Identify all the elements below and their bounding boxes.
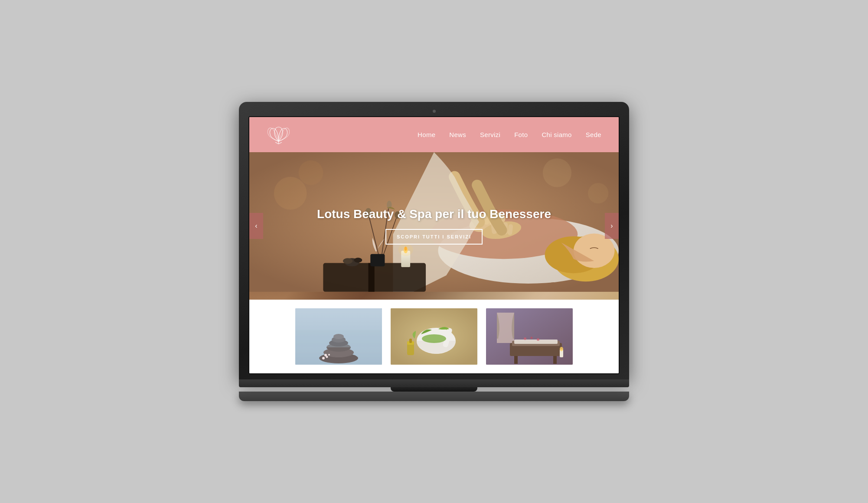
svg-rect-63 bbox=[497, 313, 514, 343]
room-svg bbox=[486, 308, 573, 365]
laptop-screen: Home News Servizi Foto Chi siamo Sede bbox=[248, 116, 620, 374]
herbs-svg bbox=[391, 308, 477, 365]
gallery-section bbox=[249, 300, 619, 373]
nav-news[interactable]: News bbox=[449, 131, 466, 138]
svg-rect-21 bbox=[369, 263, 375, 292]
gallery-thumb-2[interactable] bbox=[391, 308, 477, 365]
site-nav: Home News Servizi Foto Chi siamo Sede bbox=[418, 131, 601, 138]
svg-rect-60 bbox=[409, 339, 412, 343]
nav-chi-siamo[interactable]: Chi siamo bbox=[542, 131, 571, 138]
laptop-bottom-bar bbox=[239, 392, 629, 401]
svg-rect-67 bbox=[553, 356, 557, 364]
svg-point-71 bbox=[524, 337, 526, 340]
hero-next-arrow[interactable]: › bbox=[605, 213, 619, 239]
laptop-frame: Home News Servizi Foto Chi siamo Sede bbox=[239, 102, 629, 401]
svg-point-72 bbox=[531, 337, 533, 339]
svg-point-49 bbox=[326, 356, 328, 358]
svg-rect-68 bbox=[514, 340, 558, 344]
svg-point-50 bbox=[322, 357, 325, 359]
lotus-icon bbox=[267, 125, 290, 144]
laptop-display-frame: Home News Servizi Foto Chi siamo Sede bbox=[239, 102, 629, 379]
svg-point-57 bbox=[422, 334, 446, 343]
svg-point-51 bbox=[328, 354, 330, 356]
nav-servizi[interactable]: Servizi bbox=[480, 131, 500, 138]
svg-point-70 bbox=[560, 347, 563, 351]
svg-point-37 bbox=[299, 160, 323, 185]
svg-rect-58 bbox=[407, 343, 414, 355]
svg-point-73 bbox=[537, 338, 539, 341]
svg-line-1 bbox=[275, 142, 279, 144]
gallery-thumb-3[interactable] bbox=[486, 308, 573, 365]
svg-rect-66 bbox=[514, 356, 518, 364]
laptop-camera bbox=[433, 110, 436, 113]
thumb-herbs-bg bbox=[391, 308, 477, 365]
hero-title: Lotus Beauty & Spa per il tuo Benessere bbox=[317, 207, 551, 221]
svg-point-35 bbox=[354, 258, 362, 262]
gallery-thumb-1[interactable] bbox=[295, 308, 382, 365]
site-logo bbox=[267, 125, 290, 144]
svg-point-31 bbox=[398, 244, 413, 256]
thumb-stones-bg bbox=[295, 308, 382, 365]
nav-sede[interactable]: Sede bbox=[586, 131, 601, 138]
hero-cta-button[interactable]: SCOPRI TUTTI I SERVIZI bbox=[385, 229, 483, 245]
thumb-room-bg bbox=[486, 308, 573, 365]
svg-line-2 bbox=[279, 142, 282, 144]
laptop-base bbox=[239, 379, 629, 387]
stones-svg bbox=[295, 308, 382, 365]
svg-rect-32 bbox=[370, 254, 385, 266]
svg-point-38 bbox=[543, 158, 571, 187]
svg-point-39 bbox=[588, 183, 608, 203]
laptop-stand bbox=[391, 387, 477, 392]
nav-foto[interactable]: Foto bbox=[514, 131, 528, 138]
site-header: Home News Servizi Foto Chi siamo Sede bbox=[249, 117, 619, 152]
hero-content: Lotus Beauty & Spa per il tuo Benessere … bbox=[317, 207, 551, 245]
hero-section: Lotus Beauty & Spa per il tuo Benessere … bbox=[249, 152, 619, 300]
hero-prev-arrow[interactable]: ‹ bbox=[249, 213, 263, 239]
svg-point-36 bbox=[274, 177, 307, 210]
svg-point-34 bbox=[343, 258, 353, 264]
nav-home[interactable]: Home bbox=[418, 131, 435, 138]
svg-rect-52 bbox=[295, 330, 382, 347]
